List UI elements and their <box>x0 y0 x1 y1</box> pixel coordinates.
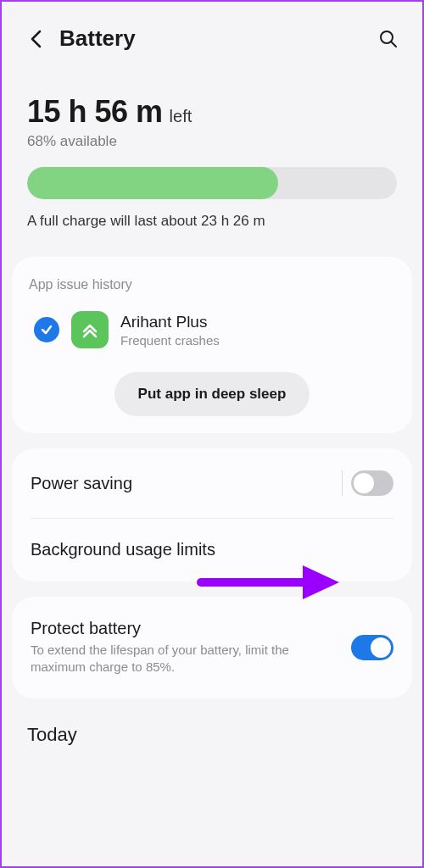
protect-battery-text: Protect battery To extend the lifespan o… <box>31 619 302 676</box>
protect-battery-card: Protect battery To extend the lifespan o… <box>12 597 412 698</box>
time-suffix: left <box>170 107 192 126</box>
app-issue-row[interactable]: Arihant Plus Frequent crashes <box>29 311 395 348</box>
bg-usage-limits-row[interactable]: Background usage limits <box>12 518 412 581</box>
battery-progress <box>27 167 397 199</box>
today-label: Today <box>27 724 397 746</box>
app-name: Arihant Plus <box>120 313 220 331</box>
bg-usage-limits-label: Background usage limits <box>31 540 215 559</box>
header-left: Battery <box>25 25 136 52</box>
header: Battery <box>2 2 422 60</box>
power-saving-toggle[interactable] <box>351 470 393 496</box>
time-remaining: 15 h 56 m left <box>27 94 397 130</box>
app-icon <box>71 311 109 348</box>
search-icon <box>378 29 399 49</box>
battery-summary: 15 h 56 m left 68% available A full char… <box>2 60 422 236</box>
app-issue-card: App issue history Arihant Plus Frequent … <box>12 257 412 433</box>
back-icon <box>30 30 42 48</box>
check-icon <box>34 317 59 342</box>
app-info: Arihant Plus Frequent crashes <box>120 313 220 348</box>
power-settings-card: Power saving Background usage limits <box>12 448 412 581</box>
protect-battery-label: Protect battery <box>31 619 302 638</box>
battery-progress-fill <box>27 167 278 199</box>
today-section: Today <box>2 698 422 746</box>
svg-line-1 <box>391 42 396 47</box>
page-title: Battery <box>59 25 136 52</box>
protect-battery-row[interactable]: Protect battery To extend the lifespan o… <box>12 597 412 698</box>
divider-icon <box>342 470 343 496</box>
time-value: 15 h 56 m <box>27 94 163 130</box>
percent-available: 68% available <box>27 133 397 150</box>
deep-sleep-button[interactable]: Put app in deep sleep <box>114 372 310 416</box>
search-button[interactable] <box>378 29 399 49</box>
protect-battery-toggle[interactable] <box>351 635 393 660</box>
back-button[interactable] <box>25 29 46 49</box>
full-charge-estimate: A full charge will last about 23 h 26 m <box>27 213 397 230</box>
power-saving-row[interactable]: Power saving <box>12 448 412 518</box>
app-subtitle: Frequent crashes <box>120 333 220 348</box>
protect-battery-description: To extend the lifespan of your battery, … <box>31 642 302 676</box>
power-saving-controls <box>342 470 393 496</box>
app-issue-title: App issue history <box>29 277 395 292</box>
power-saving-label: Power saving <box>31 474 132 493</box>
